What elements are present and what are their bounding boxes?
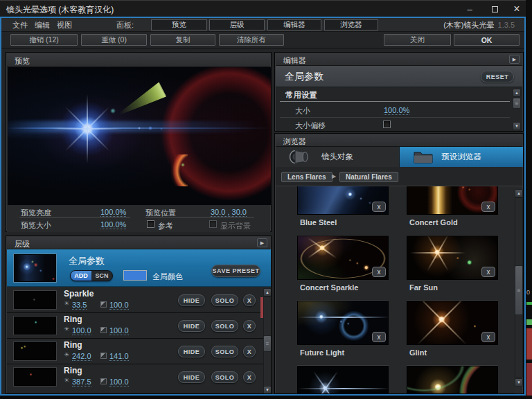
solo-button[interactable]: SOLO	[211, 294, 238, 306]
ok-button[interactable]: OK	[454, 34, 520, 46]
delete-layer-button[interactable]: X	[243, 346, 256, 357]
preset-thumbnail[interactable]: x	[297, 186, 389, 215]
global-parameters-row[interactable]: 全局参数 ADD SCN 全局颜色 SAVE PRESET	[7, 249, 272, 287]
hide-button[interactable]: HIDE	[178, 346, 205, 357]
browser-scroll-down-button[interactable]: ▼	[515, 378, 523, 387]
breadcrumb-lens-flares[interactable]: Lens Flares	[281, 172, 332, 182]
preset-thumbnail[interactable]: x	[407, 186, 498, 215]
preview-size-value[interactable]: 100.0%	[100, 220, 126, 229]
stack-scrollbar-thumb[interactable]: ≡	[263, 335, 272, 352]
menu-file[interactable]: 文件	[12, 20, 28, 30]
window-border-left	[0, 17, 1, 396]
browser-scrollbar-thumb[interactable]: ≡	[515, 265, 523, 315]
redo-button[interactable]: 重做 (0)	[81, 34, 147, 46]
preset-thumbnail[interactable]: x	[407, 236, 498, 280]
editor-scroll-up-button[interactable]: ▲	[513, 89, 521, 97]
solo-button[interactable]: SOLO	[211, 320, 238, 332]
tab-preset-browser[interactable]: 预设浏览器	[400, 147, 523, 167]
hide-button[interactable]: HIDE	[178, 320, 205, 332]
preset-thumbnail[interactable]: x	[297, 301, 389, 345]
preset-delete-button[interactable]: x	[481, 202, 495, 212]
preview-position-value[interactable]: 30.0 , 30.0	[211, 208, 247, 217]
solo-button[interactable]: SOLO	[211, 346, 238, 357]
stack-scroll-up-button[interactable]: ▲	[263, 288, 272, 296]
layer-thumbnail[interactable]	[14, 368, 56, 386]
editor-scrollbar-thumb[interactable]: ≡	[513, 98, 521, 109]
flare-dots	[8, 67, 271, 205]
reference-checkbox[interactable]	[147, 220, 154, 228]
layer-brightness-value[interactable]: 100.0	[72, 326, 91, 335]
layer-thumbnail[interactable]	[14, 317, 56, 335]
stack-row[interactable]: Ring ☀ 100.0 100.0 HIDE SOLO X	[7, 313, 265, 339]
cancel-button[interactable]: 关闭	[384, 34, 451, 46]
save-preset-button[interactable]: SAVE PRESET	[211, 265, 260, 277]
clear-all-button[interactable]: 清除所有	[219, 34, 284, 46]
undo-button[interactable]: 撤销 (12)	[10, 34, 78, 46]
arrow-down-icon: ▼	[265, 388, 269, 392]
menu-view[interactable]: 视图	[57, 20, 72, 30]
duplicate-button[interactable]: 复制	[150, 34, 215, 46]
hide-button[interactable]: HIDE	[178, 371, 205, 383]
grip-icon: ≡	[515, 100, 519, 107]
global-thumbnail[interactable]	[14, 254, 56, 282]
title-bar[interactable]: 镜头光晕选项 (木客教育汉化) – ×	[0, 0, 526, 17]
delete-layer-button[interactable]: X	[243, 371, 256, 383]
maximize-button[interactable]	[484, 1, 506, 17]
breadcrumb-natural-flares[interactable]: Natural Flares	[339, 172, 398, 182]
layer-thumbnail[interactable]	[14, 342, 56, 360]
preview-brightness-value[interactable]: 100.0%	[100, 208, 126, 217]
add-mode-button[interactable]: ADD	[71, 271, 91, 281]
stack-row[interactable]: Ring ☀ 242.0 141.0 HIDE SOLO X	[7, 339, 265, 364]
layer-scale-value[interactable]: 100.0	[109, 301, 129, 310]
editor-scroll-down-button[interactable]: ▼	[513, 122, 521, 130]
layer-thumbnail[interactable]	[14, 291, 56, 309]
stack-row[interactable]: Sparkle ☀ 33.5 100.0 HIDE SOLO X	[7, 287, 265, 313]
layer-scale-value[interactable]: 141.0	[109, 352, 129, 361]
tab-lens-objects[interactable]: 镜头对象	[276, 147, 400, 167]
menu-edit[interactable]: 编辑	[35, 20, 50, 30]
stack-expand-button[interactable]: ▶	[257, 238, 267, 247]
preset-delete-button[interactable]: x	[481, 332, 495, 342]
delete-layer-button[interactable]: X	[243, 320, 256, 332]
editor-expand-button[interactable]: ▶	[509, 55, 520, 64]
layer-scale-value[interactable]: 100.0	[109, 326, 129, 335]
arrow-up-icon: ▲	[515, 91, 519, 95]
hide-button[interactable]: HIDE	[178, 294, 205, 306]
preset-thumbnail[interactable]	[297, 366, 389, 394]
minimize-button[interactable]: –	[459, 1, 481, 17]
global-parameters-label: 全局参数	[69, 255, 105, 267]
preset-delete-button[interactable]: x	[481, 267, 495, 277]
layer-brightness-value[interactable]: 387.5	[72, 378, 91, 387]
panel-toggle-preview[interactable]: 预览	[151, 19, 207, 30]
reset-button[interactable]: RESET	[481, 71, 514, 82]
scn-mode-button[interactable]: SCN	[91, 271, 112, 281]
preset-delete-button[interactable]: x	[372, 202, 386, 212]
size-label: 大小	[295, 106, 310, 116]
layer-brightness-value[interactable]: 242.0	[72, 352, 91, 361]
layer-brightness-value[interactable]: 33.5	[72, 301, 87, 310]
layer-scale-value[interactable]: 100.0	[109, 378, 129, 387]
preset-thumbnail[interactable]: x	[407, 301, 498, 345]
panel-toggle-browser[interactable]: 浏览器	[324, 19, 378, 30]
global-color-swatch[interactable]	[123, 270, 147, 281]
show-background-checkbox[interactable]	[209, 220, 217, 228]
preset-delete-button[interactable]: x	[372, 267, 386, 277]
size-value[interactable]: 100.0%	[384, 106, 409, 115]
solo-button[interactable]: SOLO	[211, 371, 238, 383]
editor-group-title: 全局参数	[285, 71, 323, 83]
close-button[interactable]: ×	[506, 1, 528, 17]
preset-thumbnail[interactable]	[407, 366, 498, 394]
browser-scroll-up-button[interactable]: ▲	[515, 189, 523, 197]
panel-toggle-editor[interactable]: 编辑器	[267, 19, 321, 30]
stack-scroll-down-button[interactable]: ▼	[263, 386, 272, 394]
preview-canvas[interactable]	[8, 67, 271, 205]
divider	[145, 217, 254, 218]
size-offset-checkbox[interactable]	[383, 121, 391, 128]
scale-icon	[100, 327, 107, 333]
delete-layer-button[interactable]: X	[243, 294, 256, 306]
divider	[19, 217, 130, 218]
panel-toggle-stack[interactable]: 层级	[209, 19, 265, 30]
preset-delete-button[interactable]: x	[372, 332, 386, 342]
stack-row[interactable]: Ring ☀ 387.5 100.0 HIDE SOLO X	[7, 364, 265, 394]
preset-thumbnail[interactable]: x	[297, 236, 389, 280]
